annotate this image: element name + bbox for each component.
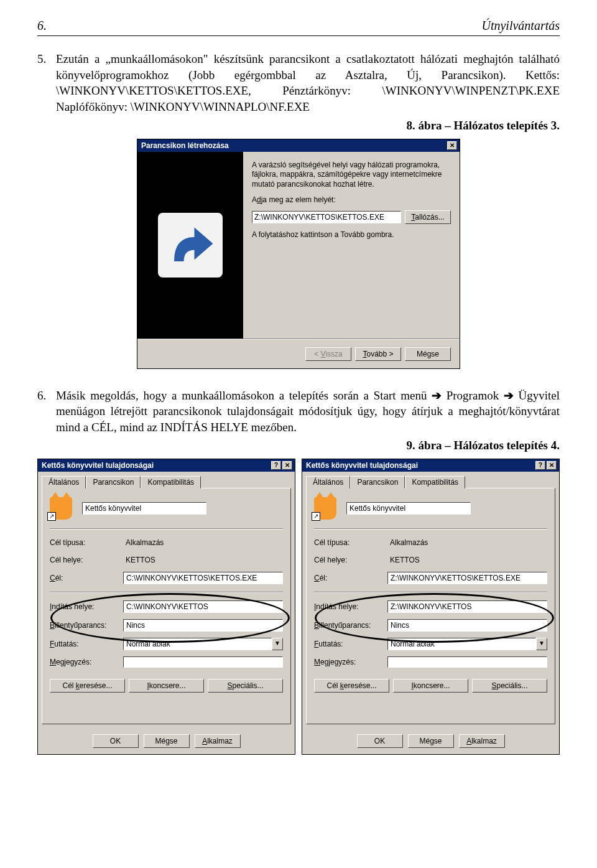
shortcut-name[interactable]: Kettős könyvvitel [82, 502, 206, 515]
target-input[interactable]: Z:\WINKONYV\KETTOS\KETTOS.EXE [387, 572, 547, 584]
chevron-down-icon[interactable]: ▼ [536, 638, 547, 650]
lbl-run: Futtatás: [314, 640, 382, 648]
lbl-hotkey: Billentyűparancs: [314, 621, 382, 630]
dialog-title: Kettős könyvvitel tulajdonságai [306, 461, 418, 470]
advanced-button[interactable]: Speciális... [208, 679, 283, 693]
shortcut-badge-icon: ↗ [312, 512, 320, 521]
tab-shortcut[interactable]: Parancsikon [86, 476, 141, 488]
lbl-hotkey: Billentyűparancs: [50, 621, 118, 630]
divider [50, 592, 283, 593]
hotkey-input[interactable]: Nincs [123, 619, 283, 632]
tab-compat[interactable]: Kompatibilitás [141, 476, 201, 488]
lbl-target-type: Cél típusa: [50, 538, 118, 547]
lbl-start-in: Indítás helye: [50, 602, 118, 611]
titlebar: Parancsikon létrehozása ✕ [137, 139, 460, 152]
titlebar: Kettős könyvvitel tulajdonságai ? ✕ [38, 459, 295, 472]
ok-button[interactable]: OK [357, 734, 403, 748]
figure-caption-8: 8. ábra – Hálózatos telepítés 3. [37, 119, 560, 133]
find-target-button[interactable]: Cél keresése... [50, 679, 125, 693]
run-select[interactable]: Normál ablak [123, 638, 272, 650]
arrow-right-icon: ➔ [504, 389, 514, 402]
tab-general[interactable]: Általános [42, 476, 86, 488]
divider [314, 528, 547, 530]
wizard-help-text: A varázsló segítségével helyi vagy hálóz… [252, 161, 451, 190]
page-header: 6. Útnyilvántartás [37, 19, 560, 36]
tab-general[interactable]: Általános [306, 476, 350, 488]
lbl-target-type: Cél típusa: [314, 538, 382, 547]
arrow-right-icon: ➔ [432, 389, 442, 402]
next-button[interactable]: Tovább > [355, 347, 401, 361]
page-number: 6. [37, 19, 47, 33]
path-label: Adja meg az elem helyét: [252, 195, 451, 204]
close-icon[interactable]: ✕ [282, 461, 292, 470]
ok-button[interactable]: OK [93, 734, 139, 748]
val-target-loc: KETTOS [387, 554, 547, 566]
divider [50, 528, 283, 530]
path-input[interactable] [252, 211, 401, 223]
tabs: Általános Parancsikon Kompatibilitás [302, 472, 559, 488]
tab-panel: ↗ Kettős könyvvitel Cél típusa: Alkalmaz… [42, 488, 291, 724]
continue-text: A folytatáshoz kattintson a Tovább gombr… [252, 230, 451, 240]
item-text: Másik megoldás, hogy a munkaállomásokon … [56, 388, 560, 436]
close-icon[interactable]: ✕ [547, 461, 557, 470]
run-select[interactable]: Normál ablak [387, 638, 536, 650]
start-in-input[interactable]: Z:\WINKONYV\KETTOS [387, 600, 547, 613]
list-item: 5. Ezután a „munkaállomásokon" készítsün… [37, 51, 560, 115]
tabs: Általános Parancsikon Kompatibilitás [38, 472, 295, 488]
find-target-button[interactable]: Cél keresése... [314, 679, 389, 693]
figure-caption-9: 9. ábra – Hálózatos telepítés 4. [37, 439, 560, 452]
item-text: Ezután a „munkaállomásokon" készítsünk p… [56, 51, 560, 115]
app-icon: ↗ [50, 497, 72, 520]
apply-button[interactable]: Alkalmaz [195, 734, 241, 748]
item-number: 5. [37, 51, 56, 115]
properties-dialog-right: Kettős könyvvitel tulajdonságai ? ✕ Álta… [302, 459, 560, 755]
tab-panel: ↗ Kettős könyvvitel Cél típusa: Alkalmaz… [306, 488, 555, 724]
close-icon[interactable]: ✕ [447, 141, 457, 150]
shortcut-badge-icon: ↗ [47, 512, 56, 521]
tab-compat[interactable]: Kompatibilitás [405, 476, 465, 488]
lbl-target-loc: Cél helye: [314, 556, 382, 564]
lbl-target: Cél: [50, 574, 118, 582]
lbl-target: Cél: [314, 574, 382, 582]
lbl-comment: Megjegyzés: [50, 658, 118, 666]
help-icon[interactable]: ? [535, 461, 545, 470]
lbl-run: Futtatás: [50, 640, 118, 648]
start-in-input[interactable]: C:\WINKONYV\KETTOS [123, 600, 283, 613]
val-target-type: Alkalmazás [387, 537, 547, 548]
wizard-banner [137, 152, 243, 338]
hotkey-input[interactable]: Nincs [387, 619, 547, 632]
dialog-title: Kettős könyvvitel tulajdonságai [42, 461, 154, 470]
divider [314, 592, 547, 593]
section-title: Útnyilvántartás [481, 19, 560, 33]
dialog-title: Parancsikon létrehozása [141, 141, 229, 150]
change-icon-button[interactable]: Ikoncsere... [129, 679, 204, 693]
cancel-button[interactable]: Mégse [408, 734, 454, 748]
item-number: 6. [37, 388, 56, 436]
shortcut-wizard-dialog: Parancsikon létrehozása ✕ A varázsló seg… [137, 139, 460, 369]
back-button: < Vissza [305, 347, 351, 361]
chevron-down-icon[interactable]: ▼ [272, 638, 283, 650]
list-item: 6. Másik megoldás, hogy a munkaállomások… [37, 388, 560, 436]
val-target-loc: KETTOS [123, 554, 283, 566]
titlebar: Kettős könyvvitel tulajdonságai ? ✕ [302, 459, 559, 472]
browse-button[interactable]: Tallózás... [405, 210, 451, 224]
cancel-button[interactable]: Mégse [144, 734, 190, 748]
shortcut-arrow-icon [150, 205, 231, 286]
apply-button[interactable]: Alkalmaz [459, 734, 505, 748]
val-target-type: Alkalmazás [123, 537, 283, 548]
change-icon-button[interactable]: Ikoncsere... [393, 679, 468, 693]
comment-input[interactable] [123, 656, 283, 668]
cancel-button[interactable]: Mégse [405, 347, 451, 361]
comment-input[interactable] [387, 656, 547, 668]
help-icon[interactable]: ? [271, 461, 281, 470]
lbl-start-in: Indítás helye: [314, 602, 382, 611]
tab-shortcut[interactable]: Parancsikon [350, 476, 405, 488]
app-icon: ↗ [314, 497, 336, 520]
properties-dialog-left: Kettős könyvvitel tulajdonságai ? ✕ Álta… [37, 459, 295, 755]
advanced-button[interactable]: Speciális... [472, 679, 547, 693]
lbl-comment: Megjegyzés: [314, 658, 382, 666]
target-input[interactable]: C:\WINKONYV\KETTOS\KETTOS.EXE [123, 572, 283, 584]
shortcut-name[interactable]: Kettős könyvvitel [346, 502, 471, 515]
lbl-target-loc: Cél helye: [50, 556, 118, 564]
